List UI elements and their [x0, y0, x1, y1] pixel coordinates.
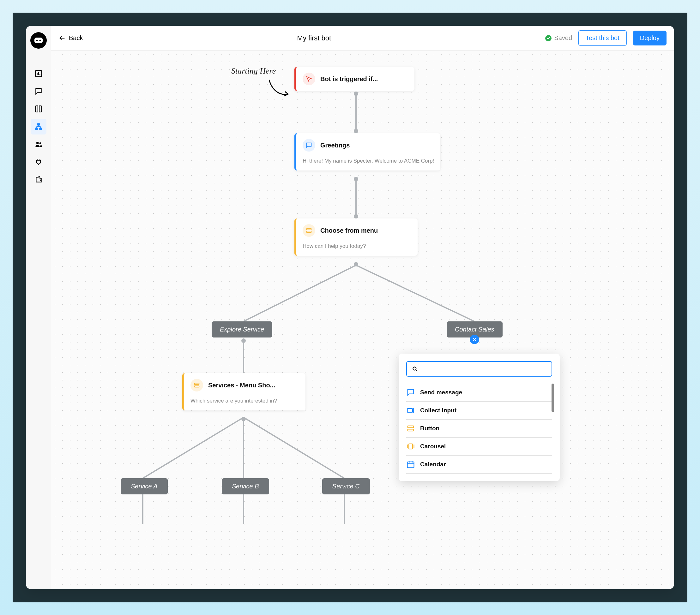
branch-service-c[interactable]: Service C [322, 478, 370, 495]
branch-service-b[interactable]: Service B [222, 478, 269, 495]
sidebar-item-docs[interactable] [30, 101, 47, 117]
input-icon [406, 406, 415, 415]
carousel-icon [406, 442, 415, 451]
search-icon [412, 366, 418, 372]
scrollbar[interactable] [551, 384, 554, 412]
topbar: Back My first bot Saved Test this bot De… [51, 26, 674, 51]
test-bot-button[interactable]: Test this bot [578, 30, 627, 46]
svg-point-1 [36, 40, 38, 41]
search-input[interactable] [422, 366, 547, 372]
panel-item-button[interactable]: Button [406, 420, 552, 438]
panel-item-carousel[interactable]: Carousel [406, 438, 552, 456]
svg-line-24 [243, 418, 344, 478]
button-icon [406, 424, 415, 433]
cursor-icon [303, 73, 315, 85]
app-window: Back My first bot Saved Test this bot De… [26, 26, 674, 589]
app-logo[interactable] [30, 32, 47, 49]
panel-item-label: Button [420, 425, 439, 432]
connector [355, 95, 357, 129]
saved-status: Saved [545, 35, 572, 42]
svg-rect-34 [408, 409, 413, 412]
port[interactable] [354, 129, 358, 133]
action-picker-panel: Send message Collect Input Button C [399, 354, 560, 481]
sidebar-item-analytics[interactable] [30, 66, 47, 81]
node-services-menu[interactable]: Services - Menu Sho... Which service are… [182, 373, 305, 410]
node-menu-title: Choose from menu [320, 227, 378, 234]
svg-rect-31 [195, 386, 199, 387]
svg-point-2 [39, 40, 41, 41]
node-greetings-body: Hi there! My name is Specter. Welcome to… [296, 157, 440, 170]
panel-item-calendar[interactable]: Calendar [406, 456, 552, 474]
port[interactable] [354, 262, 358, 267]
node-menu[interactable]: Choose from menu How can I help you toda… [295, 218, 417, 256]
svg-line-20 [356, 265, 474, 321]
svg-rect-37 [408, 429, 414, 431]
deploy-button[interactable]: Deploy [633, 30, 666, 46]
message-icon [303, 139, 315, 152]
node-trigger[interactable]: Bot is triggered if... [295, 67, 414, 91]
svg-rect-36 [408, 426, 414, 428]
menu-icon [190, 379, 203, 392]
sidebar-item-extensions[interactable] [30, 172, 47, 188]
panel-item-send-message[interactable]: Send message [406, 384, 552, 401]
flow-canvas[interactable]: Starting Here Bot is triggered if... [51, 51, 674, 589]
svg-point-14 [36, 142, 39, 144]
svg-rect-41 [408, 462, 414, 468]
message-icon [406, 388, 415, 397]
svg-rect-0 [35, 38, 43, 43]
svg-line-33 [416, 370, 417, 371]
connector [355, 180, 357, 215]
sidebar-item-flows[interactable] [30, 119, 47, 134]
main-area: Back My first bot Saved Test this bot De… [51, 26, 674, 589]
check-icon [545, 35, 551, 41]
port[interactable] [354, 214, 358, 218]
calendar-icon [406, 460, 415, 469]
arrow-annotation-icon [266, 78, 291, 100]
panel-item-label: Collect Input [420, 407, 457, 414]
port[interactable] [241, 338, 246, 343]
branch-explore[interactable]: Explore Service [212, 321, 272, 337]
svg-line-19 [243, 265, 356, 321]
svg-rect-30 [195, 383, 199, 385]
annotation-starting: Starting Here [231, 66, 276, 76]
node-services-body: Which service are you interested in? [184, 397, 305, 410]
svg-line-22 [143, 418, 243, 478]
search-box[interactable] [406, 361, 552, 377]
sidebar-item-chat[interactable] [30, 84, 47, 99]
svg-rect-8 [35, 128, 38, 129]
svg-rect-17 [307, 229, 311, 230]
page-title: My first bot [83, 34, 545, 42]
sidebar-item-users[interactable] [30, 137, 47, 152]
svg-rect-7 [38, 124, 40, 125]
branch-service-a[interactable]: Service A [121, 478, 168, 495]
svg-rect-18 [307, 231, 311, 233]
node-trigger-title: Bot is triggered if... [320, 75, 378, 83]
node-greetings-title: Greetings [320, 142, 350, 149]
node-greetings[interactable]: Greetings Hi there! My name is Specter. … [295, 133, 440, 170]
svg-rect-38 [409, 444, 413, 449]
panel-item-label: Send message [420, 389, 462, 396]
back-label: Back [69, 35, 83, 42]
node-menu-body: How can I help you today? [296, 242, 417, 256]
panel-item-label: Carousel [420, 443, 446, 450]
panel-item-collect-input[interactable]: Collect Input [406, 401, 552, 420]
back-button[interactable]: Back [59, 35, 83, 42]
port[interactable] [241, 417, 246, 421]
close-badge[interactable] [470, 335, 479, 344]
panel-item-label: Calendar [420, 461, 446, 468]
svg-rect-9 [39, 128, 42, 129]
node-services-title: Services - Menu Sho... [208, 382, 275, 389]
sidebar [26, 26, 51, 589]
sidebar-item-plug[interactable] [30, 154, 47, 170]
menu-icon [303, 224, 315, 237]
saved-label: Saved [554, 35, 572, 42]
svg-point-15 [39, 142, 41, 144]
panel-list: Send message Collect Input Button C [406, 384, 552, 474]
svg-point-32 [413, 367, 416, 370]
